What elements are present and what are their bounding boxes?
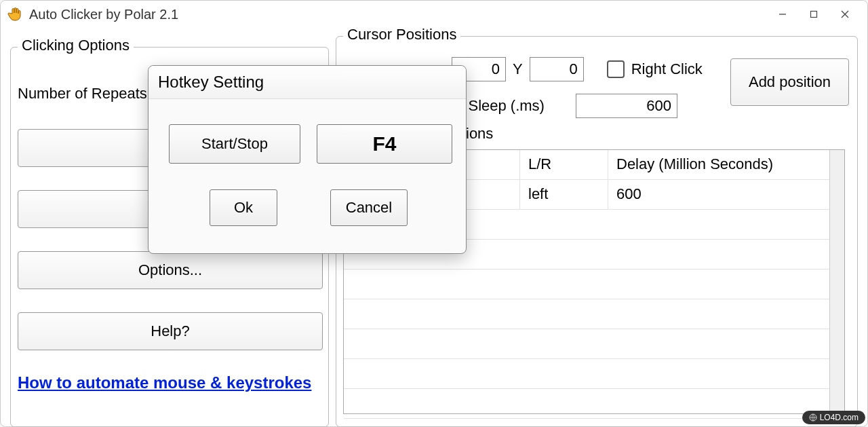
cancel-button[interactable]: Cancel — [330, 189, 408, 226]
sleep-row: to Sleep (.ms) — [452, 94, 677, 118]
add-position-button[interactable]: Add position — [730, 58, 849, 106]
grid-header-delay: Delay (Million Seconds) — [608, 150, 844, 179]
hotkey-setting-dialog: Hotkey Setting Start/Stop F4 Ok Cancel — [148, 65, 467, 254]
sleep-input[interactable] — [576, 94, 677, 118]
table-row[interactable] — [344, 329, 844, 359]
window-controls — [767, 1, 861, 28]
window-title: Auto Clicker by Polar 2.1 — [29, 7, 178, 22]
number-of-repeats-label: Number of Repeats — [18, 85, 147, 103]
grid-scrollbar[interactable] — [829, 150, 844, 413]
grid-header-lr: L/R — [520, 150, 608, 179]
table-row[interactable] — [344, 299, 844, 329]
table-row[interactable] — [344, 359, 844, 389]
right-click-label: Right Click — [631, 60, 703, 78]
titlebar: Auto Clicker by Polar 2.1 — [1, 1, 867, 28]
right-click-checkbox[interactable] — [607, 60, 625, 78]
ok-button[interactable]: Ok — [210, 189, 277, 226]
dialog-title: Hotkey Setting — [149, 66, 466, 99]
y-label: Y — [513, 60, 523, 78]
cursor-positions-legend: Cursor Positions — [343, 26, 460, 43]
watermark-text: LO4D.com — [820, 413, 859, 422]
hotkey-input[interactable]: F4 — [317, 124, 452, 164]
automate-help-link[interactable]: How to automate mouse & keystrokes — [18, 373, 311, 392]
clicking-options-legend: Clicking Options — [18, 37, 134, 54]
globe-icon — [809, 413, 817, 422]
y-input[interactable] — [530, 57, 584, 81]
table-row[interactable] — [344, 270, 844, 299]
table-row[interactable] — [344, 389, 844, 419]
help-button[interactable]: Help? — [18, 312, 323, 350]
site-watermark: LO4D.com — [802, 411, 865, 424]
close-button[interactable] — [829, 1, 861, 28]
hand-icon — [7, 6, 24, 22]
start-stop-mode-button[interactable]: Start/Stop — [169, 124, 300, 164]
xy-row: Y Right Click — [452, 57, 703, 81]
grid-cell-lr: left — [520, 180, 608, 209]
minimize-button[interactable] — [767, 1, 798, 28]
svg-rect-1 — [811, 12, 817, 18]
options-button[interactable]: Options... — [18, 251, 323, 289]
grid-cell-delay: 600 — [608, 180, 844, 209]
maximize-button[interactable] — [798, 1, 829, 28]
